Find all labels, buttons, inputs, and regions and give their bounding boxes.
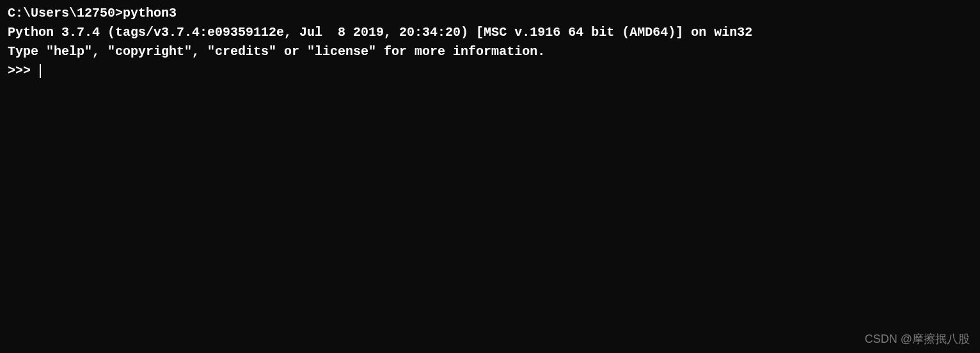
terminal-line-2: Python 3.7.4 (tags/v3.7.4:e09359112e, Ju…: [8, 23, 972, 42]
terminal-line-4[interactable]: >>>: [8, 61, 972, 81]
command-input: python3: [123, 6, 177, 20]
python-prompt: >>>: [8, 61, 38, 81]
terminal-line-3: Type "help", "copyright", "credits" or "…: [8, 42, 972, 61]
terminal-line-1: C:\Users\12750>python3: [8, 4, 972, 23]
shell-prompt: C:\Users\12750>: [8, 6, 123, 20]
cursor-icon: [40, 64, 41, 78]
watermark-text: CSDN @摩擦抿八股: [865, 331, 970, 348]
